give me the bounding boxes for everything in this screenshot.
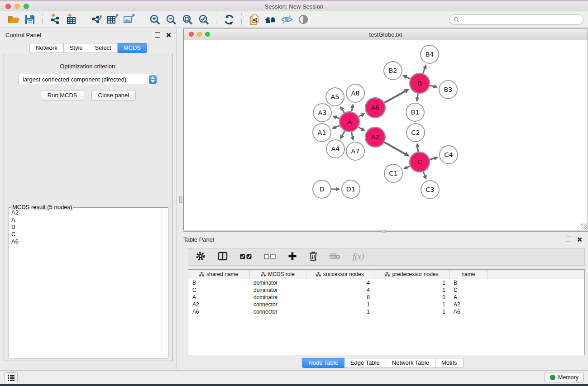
graph-node-C4[interactable]: C4	[440, 146, 458, 164]
table-cell[interactable]: C	[188, 286, 249, 294]
select-all-columns-button[interactable]	[240, 253, 252, 261]
tab-style[interactable]: Style	[64, 43, 89, 53]
table-cell[interactable]: A	[188, 294, 249, 301]
add-column-button[interactable]	[288, 252, 297, 262]
run-mcds-button[interactable]: Run MCDS	[41, 90, 84, 100]
graph-node-D1[interactable]: D1	[342, 180, 360, 198]
result-item[interactable]: B	[11, 224, 162, 231]
memory-button[interactable]: Memory	[545, 372, 584, 382]
graph-node-C[interactable]: C	[410, 152, 430, 172]
mcds-result-list[interactable]: A2ABCA6	[10, 209, 162, 357]
result-scrollbar[interactable]	[162, 208, 167, 357]
graph-node-A4[interactable]: A4	[326, 140, 344, 158]
table-cell[interactable]: B	[188, 279, 249, 287]
show-hidden-button[interactable]	[295, 12, 311, 27]
copy-button[interactable]	[246, 12, 263, 27]
graph-node-A2[interactable]: A2	[365, 127, 385, 147]
open-session-button[interactable]	[5, 12, 22, 27]
table-settings-button[interactable]	[196, 251, 206, 263]
table-tab-node-table[interactable]: Node Table	[302, 358, 344, 368]
close-window-button[interactable]	[5, 4, 11, 9]
table-row[interactable]: Adominator80A	[188, 294, 584, 301]
network-canvas[interactable]: B4B2BB3A8A5A6B1A3AA1C2A2A4A7C4CC1C3DD1	[184, 40, 588, 230]
table-cell[interactable]: 4	[306, 286, 374, 294]
tab-mcds[interactable]: MCDS	[118, 43, 147, 53]
graph-node-B4[interactable]: B4	[421, 45, 439, 63]
table-row[interactable]: A2connector11A2	[188, 301, 584, 308]
export-network-button[interactable]	[89, 12, 105, 27]
table-cell[interactable]: A6	[449, 308, 487, 315]
column-header[interactable]: shared name	[188, 270, 249, 279]
table-tab-network-table[interactable]: Network Table	[386, 358, 435, 368]
zoom-out-button[interactable]	[163, 12, 179, 27]
graph-node-A[interactable]: A	[339, 112, 359, 132]
minimize-window-button[interactable]	[14, 4, 20, 9]
close-panel-button[interactable]: Close panel	[91, 90, 136, 100]
table-cell[interactable]: 1	[374, 286, 449, 294]
graph-node-A3[interactable]: A3	[313, 104, 331, 122]
close-table-panel-icon[interactable]	[577, 237, 582, 242]
float-panel-icon[interactable]	[155, 32, 160, 38]
hide-selected-button[interactable]	[279, 12, 295, 27]
graph-node-A1[interactable]: A1	[313, 124, 331, 142]
zoom-network-button[interactable]	[205, 32, 210, 37]
zoom-fit-button[interactable]	[179, 12, 196, 27]
result-item[interactable]: A	[11, 216, 162, 224]
graph-node-A8[interactable]: A8	[346, 84, 364, 102]
graph-node-B1[interactable]: B1	[406, 103, 424, 121]
split-view-button[interactable]	[218, 252, 228, 262]
resize-grip-icon[interactable]	[581, 224, 587, 229]
zoom-selected-button[interactable]	[196, 12, 212, 27]
deselect-all-columns-button[interactable]	[264, 253, 276, 261]
graph-node-B3[interactable]: B3	[439, 81, 457, 99]
table-cell[interactable]: B	[449, 279, 487, 287]
float-table-panel-icon[interactable]	[566, 237, 571, 242]
search-input[interactable]	[462, 16, 579, 23]
close-network-button[interactable]	[189, 32, 194, 37]
table-cell[interactable]: A2	[188, 301, 249, 308]
graph-node-C1[interactable]: C1	[384, 164, 402, 182]
table-cell[interactable]: dominator	[249, 286, 306, 294]
graph-node-C2[interactable]: C2	[406, 124, 425, 142]
table-row[interactable]: Cdominator41C	[188, 286, 584, 294]
column-header[interactable]: MCDS role	[249, 270, 306, 279]
graph-node-C3[interactable]: C3	[421, 181, 439, 199]
table-cell[interactable]: 1	[374, 279, 449, 287]
zoom-in-button[interactable]	[147, 12, 163, 27]
result-item[interactable]: A6	[11, 238, 162, 245]
column-header[interactable]: predecessor nodes	[374, 270, 449, 279]
import-table-button[interactable]	[63, 12, 80, 27]
table-cell[interactable]: 8	[306, 294, 374, 301]
tab-network[interactable]: Network	[29, 43, 64, 53]
zoom-window-button[interactable]	[24, 4, 29, 9]
table-cell[interactable]: A6	[188, 308, 249, 315]
table-row[interactable]: A6connector11A6	[188, 308, 584, 315]
table-cell[interactable]: dominator	[249, 279, 306, 287]
criterion-dropdown[interactable]: largest connected component (directed)	[19, 74, 158, 85]
task-history-button[interactable]	[5, 372, 18, 383]
result-item[interactable]: A2	[11, 209, 162, 216]
network-window-titlebar[interactable]: testGlobe.txt	[184, 29, 588, 40]
export-image-button[interactable]	[121, 12, 138, 27]
close-panel-icon[interactable]	[166, 33, 171, 38]
minimize-network-button[interactable]	[197, 32, 202, 37]
apply-layout-button[interactable]	[221, 12, 237, 27]
graph-node-A5[interactable]: A5	[326, 88, 344, 106]
graph-node-B2[interactable]: B2	[384, 62, 402, 80]
import-network-button[interactable]	[47, 12, 63, 27]
table-cell[interactable]: connector	[249, 308, 306, 315]
table-cell[interactable]: 1	[374, 301, 449, 308]
graph-node-A7[interactable]: A7	[346, 142, 364, 160]
table-cell[interactable]: 1	[306, 301, 374, 308]
delete-table-button[interactable]	[330, 253, 340, 261]
table-cell[interactable]: 0	[374, 294, 449, 301]
graph-node-A6[interactable]: A6	[365, 98, 385, 118]
table-tab-edge-table[interactable]: Edge Table	[344, 358, 386, 368]
result-item[interactable]: C	[11, 231, 162, 238]
table-cell[interactable]: 1	[306, 308, 374, 315]
table-cell[interactable]: connector	[249, 301, 306, 308]
table-cell[interactable]: dominator	[249, 294, 306, 301]
graph-node-B[interactable]: B	[410, 73, 430, 93]
table-cell[interactable]: C	[449, 286, 487, 294]
table-tab-motifs[interactable]: Motifs	[435, 358, 464, 368]
